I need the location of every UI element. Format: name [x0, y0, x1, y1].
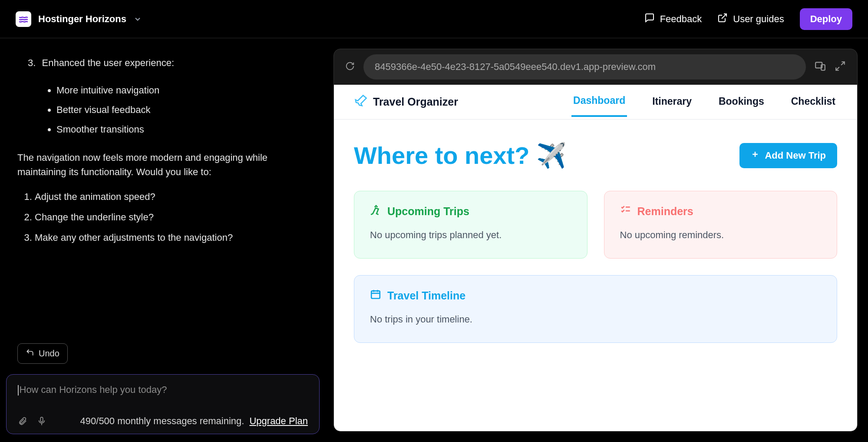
- chat-paragraph: The navigation now feels more modern and…: [17, 150, 300, 179]
- chat-column: 3. Enhanced the user experience: More in…: [0, 38, 326, 442]
- preview-body: Travel Organizer Dashboard Itinerary Boo…: [334, 85, 857, 431]
- plane-icon: [354, 94, 367, 110]
- list-number: 3.: [28, 57, 36, 68]
- brand-name: Hostinger Horizons: [38, 13, 126, 25]
- bullet-item: Better visual feedback: [56, 103, 300, 117]
- svg-line-5: [841, 62, 845, 65]
- option-item: Adjust the animation speed?: [35, 189, 300, 204]
- reminders-body: No upcoming reminders.: [620, 229, 822, 241]
- attach-icon[interactable]: [18, 416, 27, 426]
- calendar-icon: [370, 289, 381, 302]
- hero-title: Where to next? ✈️: [354, 141, 567, 170]
- reminders-card: Reminders No upcoming reminders.: [604, 191, 838, 259]
- chevron-down-icon[interactable]: [133, 15, 142, 23]
- app-nav: Dashboard Itinerary Bookings Checklist: [571, 91, 837, 113]
- upcoming-title: Upcoming Trips: [387, 205, 469, 218]
- quota-text: 490/500 monthly messages remaining.: [80, 415, 244, 427]
- bullet-item: More intuitive navigation: [56, 83, 300, 97]
- chat-scroll-area[interactable]: 3. Enhanced the user experience: More in…: [0, 38, 326, 343]
- plane-up-icon: [370, 204, 381, 218]
- upcoming-body: No upcoming trips planned yet.: [370, 229, 571, 241]
- preview-column: 8459366e-4e50-4e23-8127-5a0549eee540.dev…: [326, 38, 868, 442]
- preview-frame: 8459366e-4e50-4e23-8127-5a0549eee540.dev…: [333, 49, 858, 432]
- option-item: Change the underline style?: [35, 210, 300, 224]
- preview-url[interactable]: 8459366e-4e50-4e23-8127-5a0549eee540.dev…: [363, 54, 806, 80]
- reload-icon[interactable]: [345, 61, 355, 73]
- tab-dashboard[interactable]: Dashboard: [571, 95, 627, 117]
- tab-itinerary[interactable]: Itinerary: [650, 96, 693, 116]
- plus-icon: [751, 150, 759, 161]
- deploy-button[interactable]: Deploy: [800, 8, 852, 30]
- tab-checklist[interactable]: Checklist: [789, 96, 837, 116]
- chat-bubble-icon: [644, 13, 655, 26]
- checklist-icon: [620, 204, 631, 218]
- svg-line-6: [836, 67, 839, 70]
- brand-logo-icon: [16, 11, 31, 27]
- app-brand-name: Travel Organizer: [373, 96, 458, 108]
- top-bar: Hostinger Horizons Feedback User guides …: [0, 0, 868, 38]
- option-item: Make any other adjustments to the naviga…: [35, 230, 300, 245]
- preview-url-bar: 8459366e-4e50-4e23-8127-5a0549eee540.dev…: [334, 49, 857, 85]
- user-guides-label: User guides: [733, 13, 784, 25]
- add-new-trip-button[interactable]: Add New Trip: [739, 143, 837, 168]
- top-actions: Feedback User guides Deploy: [644, 8, 852, 30]
- chat-input-placeholder[interactable]: How can Horizons help you today?: [18, 384, 308, 409]
- svg-rect-1: [40, 417, 43, 422]
- timeline-card: Travel Timeline No trips in your timelin…: [354, 275, 837, 343]
- undo-label: Undo: [39, 349, 59, 359]
- chat-content: 3. Enhanced the user experience: More in…: [17, 56, 300, 245]
- upgrade-plan-link[interactable]: Upgrade Plan: [249, 415, 308, 427]
- devices-icon[interactable]: [815, 60, 826, 74]
- fullscreen-icon[interactable]: [835, 60, 846, 74]
- microphone-icon[interactable]: [37, 416, 46, 426]
- app-header: Travel Organizer Dashboard Itinerary Boo…: [334, 85, 857, 120]
- undo-button[interactable]: Undo: [17, 343, 68, 364]
- app-main: Where to next? ✈️ Add New Trip: [334, 120, 857, 365]
- upcoming-trips-card: Upcoming Trips No upcoming trips planned…: [354, 191, 587, 259]
- hero-row: Where to next? ✈️ Add New Trip: [354, 141, 837, 170]
- undo-row: Undo: [0, 343, 326, 374]
- brand-area[interactable]: Hostinger Horizons: [16, 11, 142, 27]
- feedback-label: Feedback: [660, 13, 702, 25]
- tab-bookings[interactable]: Bookings: [717, 96, 766, 116]
- main-layout: 3. Enhanced the user experience: More in…: [0, 38, 868, 442]
- svg-line-0: [722, 14, 726, 19]
- timeline-title: Travel Timeline: [387, 289, 465, 302]
- bullet-item: Smoother transitions: [56, 122, 300, 136]
- external-link-icon: [717, 13, 728, 26]
- app-brand[interactable]: Travel Organizer: [354, 94, 458, 110]
- feedback-button[interactable]: Feedback: [644, 13, 702, 26]
- svg-rect-11: [371, 291, 380, 298]
- chat-input-box[interactable]: How can Horizons help you today? 490/500…: [6, 374, 320, 434]
- timeline-body: No trips in your timeline.: [370, 314, 821, 325]
- list-item-text: Enhanced the user experience:: [42, 57, 174, 68]
- user-guides-button[interactable]: User guides: [717, 13, 784, 26]
- reminders-title: Reminders: [637, 205, 693, 218]
- undo-icon: [26, 348, 34, 359]
- add-trip-label: Add New Trip: [765, 150, 826, 161]
